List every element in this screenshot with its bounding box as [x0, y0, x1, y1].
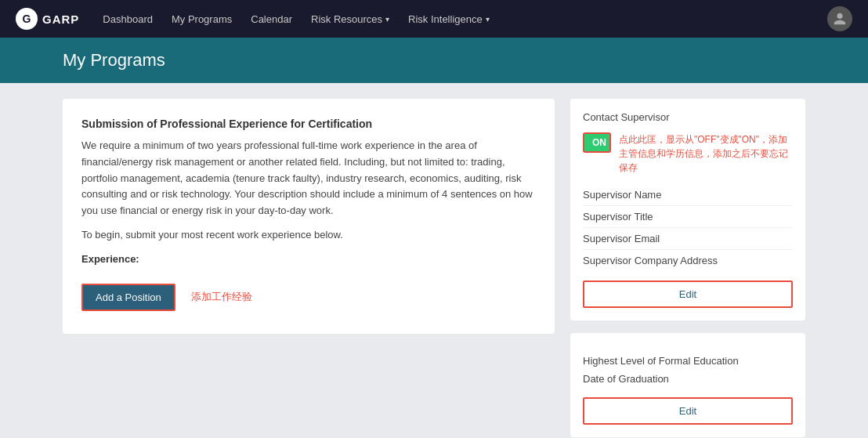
supervisor-name-field: Supervisor Name: [583, 184, 793, 206]
edu-fields: Highest Level of Formal Education Date o…: [583, 352, 793, 388]
card-begin: To begin, submit your most recent work e…: [81, 227, 536, 244]
education-card: Highest Level of Formal Education Date o…: [570, 333, 805, 437]
page-title: My Programs: [63, 50, 805, 71]
add-position-button[interactable]: Add a Position: [81, 284, 175, 311]
brand-name: GARP: [42, 13, 79, 26]
main-card: Submission of Professional Experience fo…: [63, 99, 555, 334]
add-link[interactable]: 添加工作经验: [191, 290, 252, 304]
nav-my-programs[interactable]: My Programs: [172, 13, 232, 25]
contact-supervisor-label: Contact Supervisor: [583, 111, 793, 123]
toggle-tooltip: 点此此匡，显示从"OFF"变成"ON"，添加主管信息和学历信息，添加之后不要忘记…: [619, 132, 793, 175]
nav-calendar[interactable]: Calendar: [251, 13, 292, 25]
contact-supervisor-card: Contact Supervisor ON 点此此匡，显示从"OFF"变成"ON…: [570, 99, 805, 320]
brand-logo: G: [16, 8, 38, 30]
supervisor-title-field: Supervisor Title: [583, 206, 793, 228]
card-title: Submission of Professional Experience fo…: [81, 118, 536, 130]
nav-risk-resources[interactable]: Risk Resources ▾: [311, 13, 389, 25]
highest-edu-label: Highest Level of Formal Education: [583, 352, 793, 370]
content: Submission of Professional Experience fo…: [0, 83, 868, 438]
card-body: We require a minimum of two years profes…: [81, 138, 536, 219]
nav-risk-intelligence[interactable]: Risk Intelligence ▾: [408, 13, 490, 25]
experience-label: Experience:: [81, 252, 536, 268]
navbar: G GARP Dashboard My Programs Calendar Ri…: [0, 0, 868, 38]
supervisor-edit-button[interactable]: Edit: [583, 281, 793, 308]
supervisor-address-field: Supervisor Company Address: [583, 250, 793, 271]
brand: G GARP: [16, 8, 79, 30]
nav-links: Dashboard My Programs Calendar Risk Reso…: [103, 13, 827, 25]
grad-date-label: Date of Graduation: [583, 370, 793, 388]
user-avatar[interactable]: [827, 6, 852, 31]
toggle-row: ON 点此此匡，显示从"OFF"变成"ON"，添加主管信息和学历信息，添加之后不…: [583, 132, 793, 175]
contact-supervisor-toggle[interactable]: ON: [583, 132, 611, 153]
brand-logo-letter: G: [23, 13, 31, 25]
supervisor-email-field: Supervisor Email: [583, 228, 793, 250]
education-edit-button[interactable]: Edit: [583, 397, 793, 425]
sidebar: Contact Supervisor ON 点此此匡，显示从"OFF"变成"ON…: [570, 99, 805, 438]
page-title-bar: My Programs: [0, 38, 868, 83]
risk-intelligence-caret-icon: ▾: [486, 15, 490, 24]
risk-resources-caret-icon: ▾: [385, 15, 389, 24]
nav-dashboard[interactable]: Dashboard: [103, 13, 153, 25]
